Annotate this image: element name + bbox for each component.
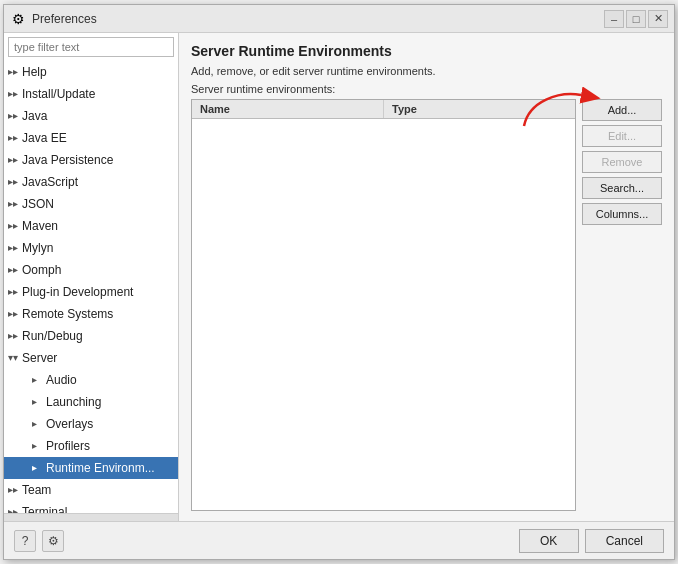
panel-title: Server Runtime Environments — [191, 43, 662, 59]
table-header: Name Type — [192, 100, 575, 119]
runtime-environments-arrow-icon — [32, 459, 46, 477]
run-debug-arrow-icon: ▸ — [8, 327, 22, 345]
tree-item-json[interactable]: ▸JSON — [4, 193, 178, 215]
cancel-button[interactable]: Cancel — [585, 529, 664, 553]
server-label: Server — [22, 349, 174, 367]
tree-item-remote-systems[interactable]: ▸Remote Systems — [4, 303, 178, 325]
java-persistence-label: Java Persistence — [22, 151, 174, 169]
launching-arrow-icon — [32, 393, 46, 411]
mylyn-arrow-icon: ▸ — [8, 239, 22, 257]
tree-item-install-update[interactable]: ▸Install/Update — [4, 83, 178, 105]
audio-label: Audio — [46, 371, 174, 389]
maximize-button[interactable]: □ — [626, 10, 646, 28]
close-button[interactable]: ✕ — [648, 10, 668, 28]
tree-item-mylyn[interactable]: ▸Mylyn — [4, 237, 178, 259]
preferences-icon-button[interactable]: ⚙ — [42, 530, 64, 552]
horizontal-scrollbar[interactable] — [4, 513, 178, 521]
json-arrow-icon: ▸ — [8, 195, 22, 213]
tree-item-java[interactable]: ▸Java — [4, 105, 178, 127]
overlays-label: Overlays — [46, 415, 174, 433]
tree-item-terminal[interactable]: ▸Terminal — [4, 501, 178, 513]
tree-item-java-persistence[interactable]: ▸Java Persistence — [4, 149, 178, 171]
remote-systems-label: Remote Systems — [22, 305, 174, 323]
run-debug-label: Run/Debug — [22, 327, 174, 345]
mylyn-label: Mylyn — [22, 239, 174, 257]
side-buttons: Add... Edit... Remove Search... Columns.… — [582, 99, 662, 511]
java-ee-arrow-icon: ▸ — [8, 129, 22, 147]
install-update-label: Install/Update — [22, 85, 174, 103]
team-label: Team — [22, 481, 174, 499]
env-label: Server runtime environments: — [191, 83, 662, 95]
terminal-arrow-icon: ▸ — [8, 503, 22, 513]
tree-item-runtime-environments[interactable]: Runtime Environm... — [4, 457, 178, 479]
help-label: Help — [22, 63, 174, 81]
tree-item-plugin-development[interactable]: ▸Plug-in Development — [4, 281, 178, 303]
team-arrow-icon: ▸ — [8, 481, 22, 499]
tree-item-launching[interactable]: Launching — [4, 391, 178, 413]
overlays-arrow-icon — [32, 415, 46, 433]
tree-item-team[interactable]: ▸Team — [4, 479, 178, 501]
tree-item-help[interactable]: ▸Help — [4, 61, 178, 83]
table-body — [192, 119, 575, 510]
tree-item-javascript[interactable]: ▸JavaScript — [4, 171, 178, 193]
bottom-icons: ? ⚙ — [14, 530, 64, 552]
column-type: Type — [384, 100, 575, 118]
content-area: ▸Help▸Install/Update▸Java▸Java EE▸Java P… — [4, 33, 674, 521]
javascript-label: JavaScript — [22, 173, 174, 191]
description: Add, remove, or edit server runtime envi… — [191, 65, 662, 77]
maven-arrow-icon: ▸ — [8, 217, 22, 235]
java-arrow-icon: ▸ — [8, 107, 22, 125]
left-panel: ▸Help▸Install/Update▸Java▸Java EE▸Java P… — [4, 33, 179, 521]
remote-systems-arrow-icon: ▸ — [8, 305, 22, 323]
columns-button[interactable]: Columns... — [582, 203, 662, 225]
table-container: Name Type — [191, 99, 576, 511]
oomph-arrow-icon: ▸ — [8, 261, 22, 279]
tree-item-run-debug[interactable]: ▸Run/Debug — [4, 325, 178, 347]
server-arrow-icon: ▾ — [8, 349, 22, 367]
json-label: JSON — [22, 195, 174, 213]
profilers-label: Profilers — [46, 437, 174, 455]
column-name: Name — [192, 100, 384, 118]
help-icon-button[interactable]: ? — [14, 530, 36, 552]
tree-item-java-ee[interactable]: ▸Java EE — [4, 127, 178, 149]
audio-arrow-icon — [32, 371, 46, 389]
title-bar: ⚙ Preferences – □ ✕ — [4, 5, 674, 33]
filter-input[interactable] — [8, 37, 174, 57]
maven-label: Maven — [22, 217, 174, 235]
java-label: Java — [22, 107, 174, 125]
tree-item-server[interactable]: ▾Server — [4, 347, 178, 369]
runtime-environments-label: Runtime Environm... — [46, 459, 174, 477]
install-update-arrow-icon: ▸ — [8, 85, 22, 103]
table-and-buttons: Name Type Add... Edit... Remove Search..… — [191, 99, 662, 511]
bottom-action-buttons: OK Cancel — [519, 529, 664, 553]
right-panel: Server Runtime Environments Add, remove,… — [179, 33, 674, 521]
tree-item-oomph[interactable]: ▸Oomph — [4, 259, 178, 281]
ok-button[interactable]: OK — [519, 529, 579, 553]
java-persistence-arrow-icon: ▸ — [8, 151, 22, 169]
profilers-arrow-icon — [32, 437, 46, 455]
terminal-label: Terminal — [22, 503, 174, 513]
title-bar-controls: – □ ✕ — [604, 10, 668, 28]
plugin-development-label: Plug-in Development — [22, 283, 174, 301]
tree-item-profilers[interactable]: Profilers — [4, 435, 178, 457]
window-icon: ⚙ — [10, 11, 26, 27]
window-title: Preferences — [32, 12, 604, 26]
search-button[interactable]: Search... — [582, 177, 662, 199]
minimize-button[interactable]: – — [604, 10, 624, 28]
help-arrow-icon: ▸ — [8, 63, 22, 81]
javascript-arrow-icon: ▸ — [8, 173, 22, 191]
launching-label: Launching — [46, 393, 174, 411]
java-ee-label: Java EE — [22, 129, 174, 147]
edit-button[interactable]: Edit... — [582, 125, 662, 147]
bottom-bar: ? ⚙ OK Cancel — [4, 521, 674, 559]
tree-container: ▸Help▸Install/Update▸Java▸Java EE▸Java P… — [4, 61, 178, 513]
remove-button[interactable]: Remove — [582, 151, 662, 173]
preferences-window: ⚙ Preferences – □ ✕ ▸Help▸Install/Update… — [3, 4, 675, 560]
oomph-label: Oomph — [22, 261, 174, 279]
add-button[interactable]: Add... — [582, 99, 662, 121]
plugin-development-arrow-icon: ▸ — [8, 283, 22, 301]
tree-item-audio[interactable]: Audio — [4, 369, 178, 391]
tree-item-overlays[interactable]: Overlays — [4, 413, 178, 435]
tree-item-maven[interactable]: ▸Maven — [4, 215, 178, 237]
